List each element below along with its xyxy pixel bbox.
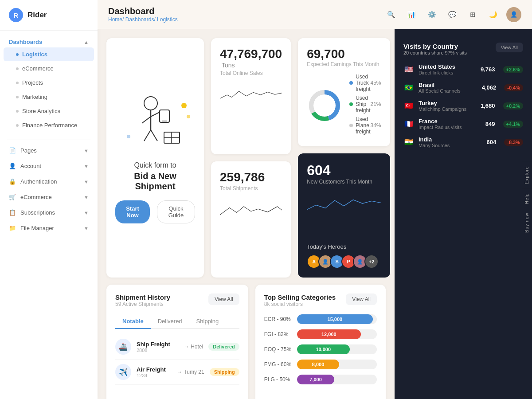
settings-button[interactable]: ⚙️ [425, 8, 439, 22]
brasil-name: Brasil [419, 82, 461, 88]
earnings-value: 69,700 [307, 47, 381, 61]
topbar-left: Dashboard Home/ Dashboards/ Logistics [108, 6, 178, 23]
svg-point-11 [181, 103, 187, 108]
messages-button[interactable]: 💬 [445, 8, 459, 22]
dashboards-group[interactable]: Dashboards ▲ [0, 35, 98, 47]
sidebar-item-ecommerce[interactable]: eCommerce [4, 62, 94, 75]
analytics-button[interactable]: 📊 [404, 8, 419, 22]
user-avatar[interactable]: 👤 [506, 7, 521, 22]
ship-dot [349, 102, 353, 106]
bar-fmg: FMG - 60% 8,000 [264, 360, 377, 369]
right-panel: Visits by Country 20 countries share 97%… [395, 29, 532, 399]
sidebar-item-finance-performance[interactable]: Finance Performance [4, 118, 94, 132]
sidebar-item-authentication[interactable]: 🔒 Authentication ▼ [0, 174, 98, 189]
shipment-item-2: ✈️ Air Freight 1234 → Tumy 21 Shipping [115, 360, 239, 385]
customers-value: 604 [307, 162, 381, 179]
hero-card: Quick form to Bid a New Shipment Start N… [106, 38, 204, 278]
explore-button[interactable]: Explore [522, 162, 532, 189]
ship-dest-2: → Tumy 21 [177, 369, 204, 375]
start-now-button[interactable]: Start Now [115, 200, 150, 223]
hero-title: Quick form to [134, 161, 176, 169]
sidebar-item-pages[interactable]: 📄 Pages ▼ [0, 143, 98, 158]
sales-unit: Tons [222, 62, 235, 69]
sidebar-item-store-analytics[interactable]: Store Analytics [4, 104, 94, 118]
topbar-right: 🔍 📊 ⚙️ 💬 ⊞ 🌙 👤 [384, 7, 521, 22]
grid-button[interactable]: ⊞ [466, 8, 480, 22]
tab-notable[interactable]: Notable [115, 314, 151, 329]
sidebar-item-label: Marketing [22, 94, 47, 100]
buy-now-button[interactable]: Buy now [522, 208, 532, 237]
turkey-change: +0.2% [503, 102, 524, 110]
truck-label: Used Truck freight [356, 74, 370, 92]
hero-actions: Start Now Quick Guide [115, 200, 195, 223]
active-dot [16, 53, 19, 56]
ship-name-2: Air Freight [137, 366, 166, 373]
categories-title: Top Selling Categories [264, 293, 336, 301]
svg-line-5 [151, 130, 157, 141]
sales-value: 47,769,700 [220, 47, 282, 61]
shipment-view-all-button[interactable]: View All [208, 293, 239, 305]
sales-label: Total Online Sales [220, 70, 282, 76]
categories-subtitle: 8k social visitors [264, 301, 336, 307]
sidebar-dashboards-section: Dashboards ▲ Logistics eCommerce Project… [0, 31, 98, 137]
sidebar-item-label: Logistics [22, 51, 47, 58]
auth-icon: 🔒 [9, 178, 16, 185]
breadcrumb-home[interactable]: Home/ [108, 16, 124, 23]
account-icon: 👤 [9, 163, 16, 169]
chevron-down-icon: ▼ [84, 179, 89, 184]
country-france: 🇫🇷 France Impact Radius visits 849 +4.1% [403, 118, 523, 130]
topbar: Dashboard Home/ Dashboards/ Logistics 🔍 … [98, 0, 532, 29]
sidebar: R Rider Dashboards ▲ Logistics eCommerce… [0, 0, 98, 399]
shipments-label: Total Shipments [220, 185, 282, 192]
svg-point-12 [187, 115, 190, 118]
content-area: Quick form to Bid a New Shipment Start N… [98, 29, 532, 399]
shipments-value: 259,786 [220, 170, 282, 184]
sidebar-item-logistics[interactable]: Logistics [4, 47, 94, 61]
categories-view-all-button[interactable]: View All [346, 293, 377, 305]
visits-view-all-button[interactable]: View All [496, 43, 523, 52]
sidebar-nav-section: 📄 Pages ▼ 👤 Account ▼ 🔒 Authentication ▼… [0, 143, 98, 236]
bar-plg: PLG - 50% 7,000 [264, 375, 377, 384]
legend-plane: Used Plane freight 34% [349, 116, 381, 135]
customers-label: New Customers This Month [307, 179, 381, 185]
dot-icon [16, 82, 19, 84]
donut-chart [307, 88, 342, 123]
sales-chart [220, 82, 282, 108]
total-shipments-card: 259,786 Total Shipments [211, 161, 291, 278]
search-button[interactable]: 🔍 [384, 8, 398, 22]
dot-icon [16, 67, 19, 70]
india-source: Many Sources [419, 143, 450, 148]
tab-shipping[interactable]: Shipping [189, 314, 226, 329]
breadcrumb-dashboards[interactable]: Dashboards/ [125, 16, 156, 23]
tab-delivered[interactable]: Delivered [151, 314, 189, 329]
brasil-source: All Social Channels [419, 88, 461, 94]
france-visits: 849 [485, 121, 495, 127]
help-button[interactable]: Help [522, 188, 532, 208]
sidebar-item-subscriptions[interactable]: 📋 Subscriptions ▼ [0, 205, 98, 220]
sidebar-item-file-manager[interactable]: 📁 File Manager ▼ [0, 220, 98, 236]
ship-id-2: 1234 [137, 373, 166, 378]
sidebar-item-marketing[interactable]: Marketing [4, 90, 94, 104]
hero-avatar-more[interactable]: +2 [364, 254, 379, 269]
shipment-title: Shipment History [115, 293, 170, 301]
sidebar-item-ecommerce-nav[interactable]: 🛒 eCommerce ▼ [0, 189, 98, 205]
file-manager-icon: 📁 [9, 225, 16, 231]
divider [7, 140, 90, 140]
france-change: +4.1% [503, 121, 524, 128]
turkey-flag: 🇹🇷 [403, 102, 414, 110]
legend-ship: Used Ship freight 21% [349, 95, 381, 113]
sidebar-item-projects[interactable]: Projects [4, 76, 94, 90]
quick-guide-button[interactable]: Quick Guide [157, 200, 195, 223]
app-logo[interactable]: R Rider [0, 0, 98, 31]
theme-toggle[interactable]: 🌙 [486, 8, 500, 22]
bar-fill-plg: 7,000 [297, 375, 335, 384]
breadcrumb-current: Logistics [157, 16, 178, 23]
brasil-change: -0.4% [504, 84, 523, 91]
sidebar-item-label: Projects [22, 79, 43, 86]
sidebar-item-label: eCommerce [22, 65, 54, 72]
india-change: -8.3% [504, 139, 523, 146]
us-change: +2.6% [503, 66, 524, 73]
sidebar-item-account[interactable]: 👤 Account ▼ [0, 158, 98, 174]
earnings-label: Expected Earnings This Month [307, 61, 381, 67]
visits-title: Visits by Country [403, 43, 467, 50]
